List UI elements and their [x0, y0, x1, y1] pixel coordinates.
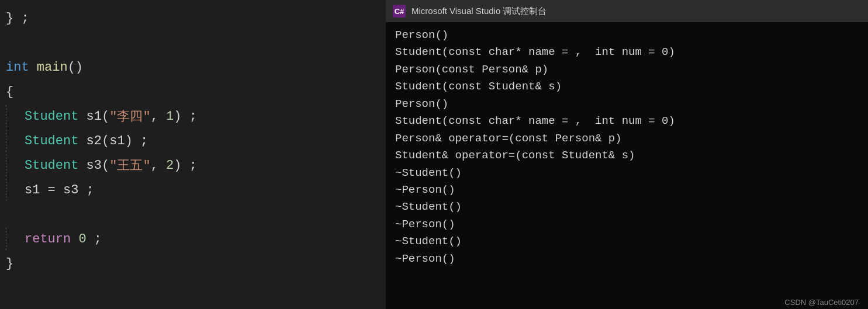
- code-line-blank2: [0, 202, 386, 227]
- console-output-line-10: ~Person(): [395, 182, 859, 199]
- console-output-line-5: Person(): [395, 96, 859, 113]
- console-output-line-8: Student& operator=(const Student& s): [395, 147, 859, 164]
- console-output-line-3: Person(const Person& p): [395, 61, 859, 78]
- console-titlebar: C# Microsoft Visual Studio 调试控制台: [386, 0, 868, 22]
- footer-credit: CSDN @TauCeti0207: [784, 298, 859, 307]
- indent-guide: [6, 154, 7, 176]
- console-output-line-9: ~Student(): [395, 165, 859, 182]
- console-output-line-14: ~Person(): [395, 251, 859, 268]
- code-line-return: return 0 ;: [0, 227, 386, 251]
- code-line-assign: s1 = s3 ;: [0, 178, 386, 202]
- indent-guide: [6, 130, 7, 152]
- vs-icon: C#: [393, 5, 406, 18]
- code-line-s2: Student s2(s1) ;: [0, 129, 386, 153]
- console-output-line-2: Student(const char* name = , int num = 0…: [395, 44, 859, 61]
- console-output-line-11: ~Student(): [395, 199, 859, 216]
- console-output-line-13: ~Student(): [395, 233, 859, 250]
- console-title: Microsoft Visual Studio 调试控制台: [411, 6, 547, 17]
- console-output-line-4: Student(const Student& s): [395, 78, 859, 95]
- code-line-open-brace: {: [0, 79, 386, 104]
- indent-guide: [6, 179, 7, 201]
- code-line-blank: [0, 30, 386, 55]
- console-footer: CSDN @TauCeti0207: [386, 296, 868, 309]
- code-line-close-brace: }: [0, 251, 386, 276]
- console-output: Person() Student(const char* name = , in…: [386, 22, 868, 296]
- console-output-line-12: ~Person(): [395, 216, 859, 233]
- code-line-main-decl: int main(): [0, 55, 386, 79]
- code-editor: } ; int main() { Student s1("李四", 1) ; S…: [0, 0, 386, 309]
- code-line-s3: Student s3("王五", 2) ;: [0, 153, 386, 178]
- indent-guide: [6, 105, 7, 127]
- indent-guide: [6, 228, 7, 250]
- console-output-line-7: Person& operator=(const Person& p): [395, 130, 859, 147]
- debug-console: C# Microsoft Visual Studio 调试控制台 Person(…: [386, 0, 868, 309]
- console-output-line-1: Person(): [395, 27, 859, 44]
- code-line: } ;: [0, 6, 386, 30]
- code-line-s1: Student s1("李四", 1) ;: [0, 104, 386, 129]
- console-output-line-6: Student(const char* name = , int num = 0…: [395, 113, 859, 130]
